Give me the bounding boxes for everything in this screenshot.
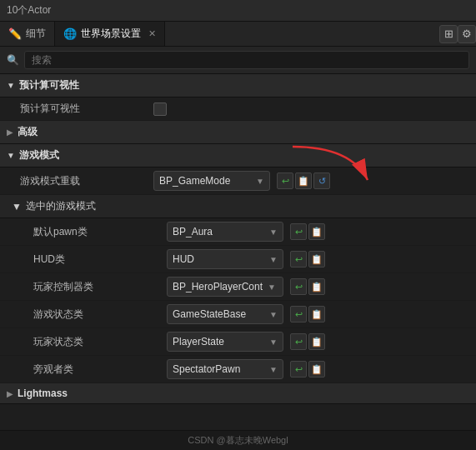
game-state-action-reset[interactable]: ↩ [290,306,307,322]
world-settings-tab-label: 世界场景设置 [81,27,141,41]
game-mode-title: 游戏模式 [19,148,59,162]
spectator-action-copy[interactable]: 📋 [308,361,325,378]
game-state-action-btns: ↩ 📋 [290,306,325,322]
spectator-dropdown-arrow: ▼ [269,365,278,374]
player-controller-row: 玩家控制器类 BP_HeroPlayerCont ▼ ↩ 📋 [0,273,476,301]
selected-game-mode-subsection-header[interactable]: ▼ 选中的游戏模式 [0,195,476,218]
default-pawn-dropdown[interactable]: BP_Aura ▼ [167,222,283,242]
spectator-value: SpectatorPawn ▼ ↩ 📋 [167,359,469,379]
tab-world-settings[interactable]: 🌐 世界场景设置 ✕ [55,22,165,46]
precomputed-visibility-checkbox[interactable] [153,102,167,116]
search-icon: 🔍 [7,54,19,66]
default-pawn-label: 默认pawn类 [33,225,167,239]
game-state-dropdown[interactable]: GameStateBase ▼ [167,304,283,324]
game-mode-override-label: 游戏模式重载 [20,174,153,188]
game-mode-override-dropdown[interactable]: BP_GameMode ▼ [153,171,270,191]
player-state-label: 玩家状态类 [33,335,167,349]
game-mode-section-header[interactable]: ▼ 游戏模式 [0,144,476,168]
player-state-row: 玩家状态类 PlayerState ▼ ↩ 📋 [0,328,476,356]
game-mode-override-action-undo[interactable]: ↺ [313,172,330,189]
game-mode-override-action-copy[interactable]: 📋 [295,172,312,189]
advanced-section-header[interactable]: ▶ 高级 [0,121,476,144]
world-settings-close-icon[interactable]: ✕ [148,28,156,39]
lightmass-arrow: ▶ [7,389,13,398]
spectator-dropdown-text: SpectatorPawn [173,363,266,375]
search-row: 🔍 [0,47,476,74]
player-controller-action-copy[interactable]: 📋 [308,278,325,295]
player-state-dropdown-arrow: ▼ [269,338,278,347]
spectator-dropdown[interactable]: SpectatorPawn ▼ [167,359,283,379]
settings-icon-btn[interactable]: ⚙ [458,25,476,43]
spectator-action-reset[interactable]: ↩ [290,361,307,378]
watermark: CSDN @暮志未晚Webgl [0,430,476,450]
spectator-row: 旁观者类 SpectatorPawn ▼ ↩ 📋 [0,356,476,383]
default-pawn-value: BP_Aura ▼ ↩ 📋 [167,222,469,242]
spectator-action-btns: ↩ 📋 [290,361,325,378]
game-mode-override-row: 游戏模式重载 BP_GameMode ▼ ↩ 📋 ↺ [0,168,476,195]
default-pawn-dropdown-text: BP_Aura [173,226,266,238]
precomputed-visibility-value [153,102,469,116]
player-state-dropdown-text: PlayerState [173,336,266,348]
lightmass-title: Lightmass [18,388,68,399]
tab-row: ✏️ 细节 🌐 世界场景设置 ✕ ⊞ ⚙ [0,22,476,47]
grid-icon: ⊞ [444,28,453,40]
game-mode-override-action-btns: ↩ 📋 ↺ [277,172,330,189]
selected-game-mode-title: 选中的游戏模式 [26,199,96,213]
game-state-action-copy[interactable]: 📋 [308,306,325,322]
player-controller-dropdown[interactable]: BP_HeroPlayerCont ▼ [167,277,283,297]
hud-class-dropdown[interactable]: HUD ▼ [167,249,283,269]
player-controller-value: BP_HeroPlayerCont ▼ ↩ 📋 [167,277,469,297]
player-state-dropdown[interactable]: PlayerState ▼ [167,332,283,352]
hud-class-action-btns: ↩ 📋 [290,251,325,268]
precomputed-visibility-prop-row: 预计算可视性 [0,98,476,121]
default-pawn-row: 默认pawn类 BP_Aura ▼ ↩ 📋 [0,218,476,246]
game-state-dropdown-arrow: ▼ [269,310,278,319]
spectator-label: 旁观者类 [33,362,167,377]
game-mode-override-action-reset[interactable]: ↩ [277,172,293,189]
tab-details[interactable]: ✏️ 细节 [0,22,55,46]
hud-class-dropdown-text: HUD [173,253,266,265]
top-bar: 10个Actor [0,0,476,22]
default-pawn-action-btns: ↩ 📋 [290,223,325,240]
settings-content: ▼ 预计算可视性 预计算可视性 ▶ 高级 ▼ 游戏模式 游戏模式重载 BP_Ga… [0,74,476,430]
settings-icon: ⚙ [462,28,472,40]
advanced-arrow: ▶ [7,128,13,137]
selected-game-mode-arrow: ▼ [12,201,22,212]
player-state-action-copy[interactable]: 📋 [308,333,325,350]
player-controller-action-btns: ↩ 📋 [290,278,325,295]
hud-class-dropdown-arrow: ▼ [269,255,278,264]
game-state-row: 游戏状态类 GameStateBase ▼ ↩ 📋 [0,301,476,328]
default-pawn-dropdown-arrow: ▼ [269,228,278,237]
precomputed-visibility-section-header[interactable]: ▼ 预计算可视性 [0,74,476,98]
actor-count-label: 10个Actor [7,4,51,16]
hud-class-value: HUD ▼ ↩ 📋 [167,249,469,269]
advanced-title: 高级 [18,125,38,139]
hud-class-label: HUD类 [33,252,167,267]
details-tab-icon: ✏️ [8,28,22,40]
player-controller-dropdown-arrow: ▼ [268,282,276,292]
player-state-action-reset[interactable]: ↩ [290,333,307,350]
game-mode-override-dropdown-arrow: ▼ [256,177,264,186]
precomputed-visibility-label: 预计算可视性 [20,102,153,116]
game-state-label: 游戏状态类 [33,308,167,322]
player-controller-dropdown-text: BP_HeroPlayerCont [173,281,264,292]
default-pawn-action-reset[interactable]: ↩ [290,223,307,240]
precomputed-visibility-title: 预计算可视性 [19,78,79,92]
lightmass-section-header[interactable]: ▶ Lightmass [0,383,476,404]
player-controller-action-reset[interactable]: ↩ [290,278,307,295]
hud-class-action-reset[interactable]: ↩ [290,251,307,268]
player-controller-label: 玩家控制器类 [33,280,167,294]
search-input[interactable] [24,51,469,69]
details-tab-label: 细节 [26,27,46,41]
hud-class-action-copy[interactable]: 📋 [308,251,325,268]
game-state-value: GameStateBase ▼ ↩ 📋 [167,304,469,324]
game-mode-override-value: BP_GameMode ▼ ↩ 📋 ↺ [153,171,469,191]
precomputed-visibility-arrow: ▼ [7,81,15,90]
default-pawn-action-copy[interactable]: 📋 [308,223,325,240]
hud-class-row: HUD类 HUD ▼ ↩ 📋 [0,246,476,273]
game-state-dropdown-text: GameStateBase [173,308,266,320]
grid-icon-btn[interactable]: ⊞ [439,25,458,43]
game-mode-override-dropdown-text: BP_GameMode [159,175,253,187]
watermark-text: CSDN @暮志未晚Webgl [188,435,288,445]
game-mode-arrow: ▼ [7,151,15,160]
